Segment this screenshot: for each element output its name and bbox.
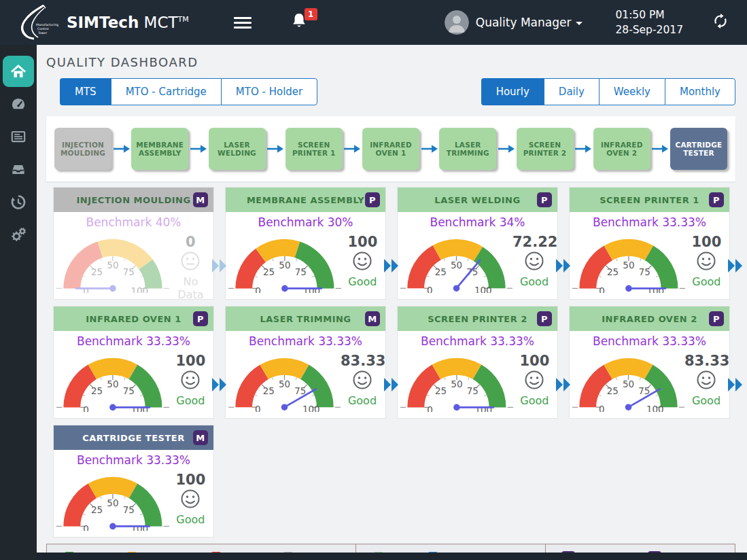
svg-text:25: 25 <box>91 385 103 396</box>
svg-text:0: 0 <box>255 404 261 412</box>
critical-swatch <box>210 552 222 553</box>
legend-label: Predicted <box>579 552 630 553</box>
refresh-icon <box>712 12 729 30</box>
flow-step-infrared-oven-2[interactable]: INFRARED OVEN 2 <box>593 128 650 170</box>
predicted-badge: P <box>537 311 552 326</box>
svg-text:75: 75 <box>295 266 307 277</box>
gauge-value: 100 <box>513 353 556 369</box>
smiley-good-icon <box>523 369 545 391</box>
inbox-tray-icon <box>10 160 27 178</box>
attention-swatch <box>126 552 138 553</box>
card-body: Benchmark 30%0255075100100Good <box>226 212 385 299</box>
gauge-status: Good <box>513 394 556 407</box>
next-step-chevron-icon <box>555 377 572 396</box>
chevron-down-icon <box>576 22 583 25</box>
refresh-button[interactable] <box>712 12 729 33</box>
user-name: Quality Manager <box>476 16 572 29</box>
avatar[interactable] <box>445 10 469 35</box>
svg-text:100: 100 <box>302 404 320 412</box>
settings-gears-icon <box>10 226 27 243</box>
card-body: Benchmark 33.33%025507510083.33Good <box>570 331 729 418</box>
card-title: SCREEN PRINTER 1 <box>600 195 699 205</box>
measured-badge: M <box>193 192 208 207</box>
user-menu[interactable]: Quality Manager <box>476 16 583 29</box>
flow-step-injection-moulding[interactable]: INJECTION MOULDING <box>54 128 111 170</box>
gauge-status: Good <box>685 275 728 288</box>
period-tab-weekly[interactable]: Weekly <box>599 78 665 105</box>
legend-item-critical: Critical <box>210 552 264 553</box>
gauge-chart: 0255075100 <box>572 230 685 293</box>
legend-item-predicted: PPredicted <box>561 551 630 553</box>
gauge-card-injection-moulding: INJECTION MOULDINGMBenchmark 40%02550751… <box>53 187 214 300</box>
sidebar <box>0 45 37 560</box>
period-tab-daily[interactable]: Daily <box>544 78 599 105</box>
product-tab-mto-holder[interactable]: MTO - Holder <box>221 78 317 105</box>
sidebar-item-inbox-tray[interactable] <box>3 154 34 185</box>
top-bar: Manufacturing Control Tower SIMTech MCTT… <box>0 0 747 45</box>
next-step-chevron-icon <box>727 258 744 277</box>
main-content: QUALITY DASHBOARD MTSMTO - CartridgeMTO … <box>37 45 747 553</box>
measured-badge: M <box>648 551 661 553</box>
benchmark-text: Benchmark 34% <box>398 215 557 229</box>
sidebar-item-home[interactable] <box>3 56 34 87</box>
finishedproduct-swatch <box>427 552 439 553</box>
flow-step-laser-welding[interactable]: LASER WELDING <box>209 128 266 170</box>
gauge-chart: 0255075100 <box>228 230 341 293</box>
sidebar-item-report-list[interactable] <box>3 121 34 152</box>
history-icon <box>10 193 27 211</box>
flow-arrow-icon <box>421 143 438 154</box>
product-tab-mto-cartridge[interactable]: MTO - Cartridge <box>111 78 221 105</box>
svg-text:100: 100 <box>131 285 148 293</box>
benchmark-text: Benchmark 33.33% <box>54 453 213 467</box>
benchmark-text: Benchmark 33.33% <box>226 334 385 348</box>
benchmark-value: 33.33% <box>146 453 190 467</box>
measured-badge: M <box>365 311 380 326</box>
card-title: MEMBRANE ASSEMBLY <box>247 195 364 205</box>
svg-text:25: 25 <box>435 267 447 277</box>
flow-arrow-icon <box>498 143 515 154</box>
flow-step-laser-trimming[interactable]: LASER TRIMMING <box>439 128 496 170</box>
flow-step-screen-printer-1[interactable]: SCREEN PRINTER 1 <box>285 128 343 170</box>
smiley-good-icon <box>351 369 373 391</box>
flow-step-membrane-assembly[interactable]: MEMBRANE ASSEMBLY <box>131 128 188 170</box>
report-list-icon <box>10 128 27 145</box>
benchmark-value: 33.33% <box>662 334 706 348</box>
card-header: INFRARED OVEN 2P <box>570 307 729 331</box>
gauge-value: 100 <box>169 353 212 369</box>
mct-logo: Manufacturing Control Tower <box>14 3 58 41</box>
predicted-badge: P <box>561 551 575 553</box>
flow-step-infrared-oven-1[interactable]: INFRARED OVEN 1 <box>362 128 419 170</box>
legend-item-nodata: NoData <box>282 552 339 553</box>
predicted-badge: P <box>193 311 208 326</box>
smiley-good-icon <box>695 369 717 391</box>
sidebar-item-settings-gears[interactable] <box>3 219 34 250</box>
period-tab-monthly[interactable]: Monthly <box>665 78 735 105</box>
period-tab-hourly[interactable]: Hourly <box>481 78 544 105</box>
notifications-button[interactable]: 1 <box>291 12 318 33</box>
flow-arrow-icon <box>651 143 669 154</box>
menu-toggle-icon[interactable] <box>234 14 251 31</box>
legend-label: Measured <box>665 552 718 553</box>
next-step-chevron-icon <box>383 377 400 396</box>
flow-step-screen-printer-2[interactable]: SCREEN PRINTER 2 <box>517 128 574 170</box>
svg-text:0: 0 <box>599 404 605 412</box>
card-title: INJECTION MOULDING <box>76 195 190 205</box>
brand-name: SIMTech <box>67 14 139 31</box>
gauge-card-infrared-oven-2: INFRARED OVEN 2PBenchmark 33.33%02550751… <box>569 306 730 419</box>
svg-text:75: 75 <box>123 385 135 396</box>
benchmark-value: 30% <box>328 215 353 229</box>
clock-date: 28-Sep-2017 <box>615 22 683 37</box>
home-icon <box>10 63 27 80</box>
sidebar-item-history[interactable] <box>3 186 34 217</box>
gauge-chart: 0255075100 <box>400 349 513 412</box>
benchmark-text: Benchmark 33.33% <box>54 334 213 348</box>
product-tab-group: MTSMTO - CartridgeMTO - Holder <box>60 78 317 105</box>
product-tab-mts[interactable]: MTS <box>60 78 111 105</box>
svg-text:25: 25 <box>607 266 619 277</box>
gauge-chart: 0255075100 <box>400 230 513 293</box>
smiley-good-icon <box>179 488 201 510</box>
smiley-good-icon <box>695 250 717 272</box>
gauge-status: Good <box>341 275 384 288</box>
sidebar-item-dashboard-gauge[interactable] <box>3 88 34 120</box>
flow-step-cartridge-tester[interactable]: CARTRIDGE TESTER <box>670 128 727 170</box>
